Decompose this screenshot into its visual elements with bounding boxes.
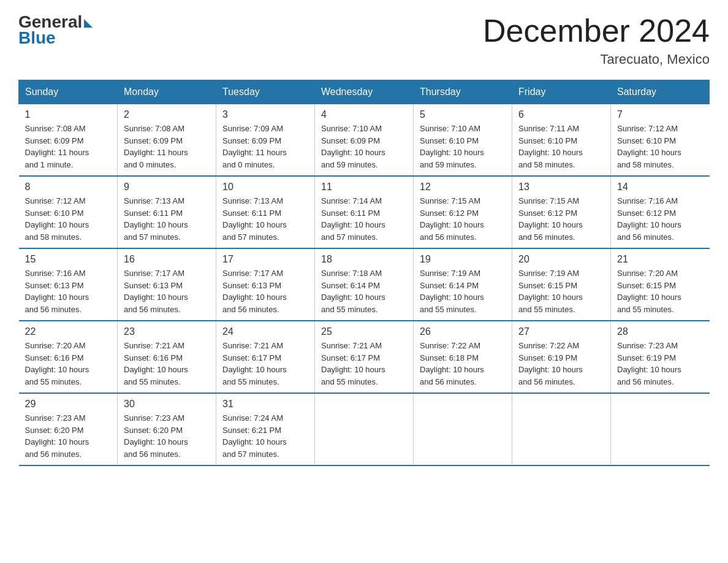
location: Tarecuato, Mexico <box>483 52 710 67</box>
table-row: 19Sunrise: 7:19 AMSunset: 6:14 PMDayligh… <box>414 248 512 321</box>
table-row: 16Sunrise: 7:17 AMSunset: 6:13 PMDayligh… <box>118 248 216 321</box>
table-row: 10Sunrise: 7:13 AMSunset: 6:11 PMDayligh… <box>216 176 315 248</box>
day-info: Sunrise: 7:17 AMSunset: 6:13 PMDaylight:… <box>222 267 308 315</box>
day-info: Sunrise: 7:10 AMSunset: 6:10 PMDaylight:… <box>420 123 506 170</box>
day-number: 29 <box>25 399 112 410</box>
logo: General Blue <box>18 12 93 48</box>
table-row: 13Sunrise: 7:15 AMSunset: 6:12 PMDayligh… <box>512 176 611 248</box>
calendar-week-row: 8Sunrise: 7:12 AMSunset: 6:10 PMDaylight… <box>19 176 710 248</box>
calendar-week-row: 22Sunrise: 7:20 AMSunset: 6:16 PMDayligh… <box>19 321 710 393</box>
table-row: 4Sunrise: 7:10 AMSunset: 6:09 PMDaylight… <box>315 104 414 177</box>
header-sunday: Sunday <box>19 80 118 104</box>
table-row: 1Sunrise: 7:08 AMSunset: 6:09 PMDaylight… <box>19 104 118 177</box>
day-number: 23 <box>124 326 210 337</box>
calendar-table: Sunday Monday Tuesday Wednesday Thursday… <box>18 80 710 466</box>
day-number: 6 <box>518 109 604 120</box>
day-number: 8 <box>25 182 112 193</box>
day-info: Sunrise: 7:13 AMSunset: 6:11 PMDaylight:… <box>124 195 210 243</box>
day-info: Sunrise: 7:21 AMSunset: 6:17 PMDaylight:… <box>321 340 407 388</box>
table-row: 24Sunrise: 7:21 AMSunset: 6:17 PMDayligh… <box>216 321 315 393</box>
calendar-header-row: Sunday Monday Tuesday Wednesday Thursday… <box>19 80 710 104</box>
day-number: 14 <box>617 182 703 193</box>
table-row: 22Sunrise: 7:20 AMSunset: 6:16 PMDayligh… <box>19 321 118 393</box>
table-row: 15Sunrise: 7:16 AMSunset: 6:13 PMDayligh… <box>19 248 118 321</box>
day-info: Sunrise: 7:23 AMSunset: 6:20 PMDaylight:… <box>124 412 210 460</box>
day-number: 3 <box>222 109 308 120</box>
table-row: 27Sunrise: 7:22 AMSunset: 6:19 PMDayligh… <box>512 321 611 393</box>
header-thursday: Thursday <box>414 80 512 104</box>
page-header: General Blue December 2024 Tarecuato, Me… <box>18 12 710 67</box>
table-row: 31Sunrise: 7:24 AMSunset: 6:21 PMDayligh… <box>216 393 315 465</box>
table-row: 28Sunrise: 7:23 AMSunset: 6:19 PMDayligh… <box>611 321 710 393</box>
day-number: 17 <box>222 254 308 265</box>
day-number: 10 <box>222 182 308 193</box>
table-row: 25Sunrise: 7:21 AMSunset: 6:17 PMDayligh… <box>315 321 414 393</box>
day-number: 13 <box>518 182 604 193</box>
day-number: 20 <box>518 254 604 265</box>
table-row <box>315 393 414 465</box>
day-info: Sunrise: 7:08 AMSunset: 6:09 PMDaylight:… <box>25 123 112 170</box>
day-info: Sunrise: 7:23 AMSunset: 6:19 PMDaylight:… <box>617 340 703 388</box>
logo-blue: Blue <box>18 28 56 48</box>
day-info: Sunrise: 7:13 AMSunset: 6:11 PMDaylight:… <box>222 195 308 243</box>
table-row: 3Sunrise: 7:09 AMSunset: 6:09 PMDaylight… <box>216 104 315 177</box>
day-number: 9 <box>124 182 210 193</box>
table-row: 2Sunrise: 7:08 AMSunset: 6:09 PMDaylight… <box>118 104 216 177</box>
day-number: 12 <box>420 182 506 193</box>
day-info: Sunrise: 7:09 AMSunset: 6:09 PMDaylight:… <box>222 123 308 170</box>
day-info: Sunrise: 7:21 AMSunset: 6:17 PMDaylight:… <box>222 340 308 388</box>
day-number: 16 <box>124 254 210 265</box>
table-row: 9Sunrise: 7:13 AMSunset: 6:11 PMDaylight… <box>118 176 216 248</box>
day-number: 1 <box>25 109 112 120</box>
day-number: 2 <box>124 109 210 120</box>
table-row: 18Sunrise: 7:18 AMSunset: 6:14 PMDayligh… <box>315 248 414 321</box>
table-row <box>512 393 611 465</box>
day-number: 30 <box>124 399 210 410</box>
day-info: Sunrise: 7:11 AMSunset: 6:10 PMDaylight:… <box>518 123 604 170</box>
table-row: 20Sunrise: 7:19 AMSunset: 6:15 PMDayligh… <box>512 248 611 321</box>
table-row: 29Sunrise: 7:23 AMSunset: 6:20 PMDayligh… <box>19 393 118 465</box>
day-number: 11 <box>321 182 407 193</box>
day-number: 15 <box>25 254 112 265</box>
day-info: Sunrise: 7:22 AMSunset: 6:18 PMDaylight:… <box>420 340 506 388</box>
day-info: Sunrise: 7:21 AMSunset: 6:16 PMDaylight:… <box>124 340 210 388</box>
day-number: 22 <box>25 326 112 337</box>
day-number: 18 <box>321 254 407 265</box>
title-section: December 2024 Tarecuato, Mexico <box>483 12 710 67</box>
day-info: Sunrise: 7:08 AMSunset: 6:09 PMDaylight:… <box>124 123 210 170</box>
day-info: Sunrise: 7:14 AMSunset: 6:11 PMDaylight:… <box>321 195 407 243</box>
day-info: Sunrise: 7:12 AMSunset: 6:10 PMDaylight:… <box>617 123 703 170</box>
day-number: 4 <box>321 109 407 120</box>
day-info: Sunrise: 7:18 AMSunset: 6:14 PMDaylight:… <box>321 267 407 315</box>
day-info: Sunrise: 7:22 AMSunset: 6:19 PMDaylight:… <box>518 340 604 388</box>
day-info: Sunrise: 7:23 AMSunset: 6:20 PMDaylight:… <box>25 412 112 460</box>
day-number: 28 <box>617 326 703 337</box>
day-number: 7 <box>617 109 703 120</box>
table-row: 8Sunrise: 7:12 AMSunset: 6:10 PMDaylight… <box>19 176 118 248</box>
table-row: 17Sunrise: 7:17 AMSunset: 6:13 PMDayligh… <box>216 248 315 321</box>
table-row <box>414 393 512 465</box>
table-row: 14Sunrise: 7:16 AMSunset: 6:12 PMDayligh… <box>611 176 710 248</box>
day-info: Sunrise: 7:16 AMSunset: 6:13 PMDaylight:… <box>25 267 112 315</box>
table-row: 6Sunrise: 7:11 AMSunset: 6:10 PMDaylight… <box>512 104 611 177</box>
day-number: 31 <box>222 399 308 410</box>
day-info: Sunrise: 7:12 AMSunset: 6:10 PMDaylight:… <box>25 195 112 243</box>
day-info: Sunrise: 7:15 AMSunset: 6:12 PMDaylight:… <box>518 195 604 243</box>
table-row <box>611 393 710 465</box>
table-row: 12Sunrise: 7:15 AMSunset: 6:12 PMDayligh… <box>414 176 512 248</box>
table-row: 23Sunrise: 7:21 AMSunset: 6:16 PMDayligh… <box>118 321 216 393</box>
day-info: Sunrise: 7:20 AMSunset: 6:16 PMDaylight:… <box>25 340 112 388</box>
header-monday: Monday <box>118 80 216 104</box>
day-number: 24 <box>222 326 308 337</box>
logo-arrow-icon <box>84 19 93 28</box>
day-number: 26 <box>420 326 506 337</box>
table-row: 26Sunrise: 7:22 AMSunset: 6:18 PMDayligh… <box>414 321 512 393</box>
table-row: 11Sunrise: 7:14 AMSunset: 6:11 PMDayligh… <box>315 176 414 248</box>
day-number: 19 <box>420 254 506 265</box>
table-row: 21Sunrise: 7:20 AMSunset: 6:15 PMDayligh… <box>611 248 710 321</box>
header-tuesday: Tuesday <box>216 80 315 104</box>
header-saturday: Saturday <box>611 80 710 104</box>
day-info: Sunrise: 7:10 AMSunset: 6:09 PMDaylight:… <box>321 123 407 170</box>
day-info: Sunrise: 7:20 AMSunset: 6:15 PMDaylight:… <box>617 267 703 315</box>
day-info: Sunrise: 7:19 AMSunset: 6:15 PMDaylight:… <box>518 267 604 315</box>
